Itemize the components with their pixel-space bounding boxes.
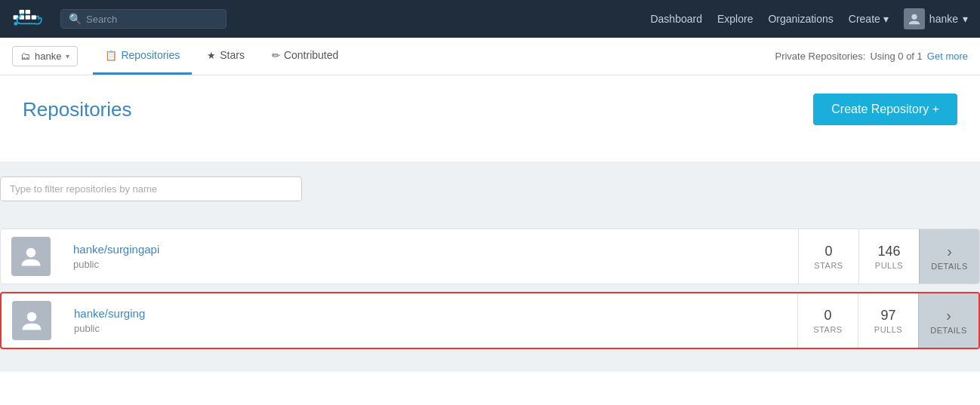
- search-icon: 🔍: [69, 13, 82, 25]
- page-title: Repositories: [23, 98, 132, 121]
- tab-repositories-label: Repositories: [121, 49, 180, 61]
- sub-nav: 🗂 hanke ▾ 📋 Repositories ★ Stars ✏ Contr…: [0, 38, 980, 75]
- pulls-label: PULLS: [874, 325, 902, 334]
- avatar: [12, 301, 51, 340]
- stars-count: 0: [824, 308, 831, 324]
- search-box[interactable]: 🔍: [60, 9, 227, 29]
- create-repository-button[interactable]: Create Repository +: [813, 94, 957, 125]
- tab-links: 📋 Repositories ★ Stars ✏ Contributed: [93, 38, 350, 75]
- svg-rect-3: [26, 15, 30, 20]
- pulls-count: 146: [877, 244, 900, 259]
- organizations-link[interactable]: Organizations: [768, 13, 833, 25]
- svg-point-6: [14, 22, 17, 26]
- details-label: DETAILS: [931, 262, 968, 271]
- page-header: Repositories Create Repository +: [23, 94, 957, 125]
- stars-count: 0: [824, 244, 832, 259]
- chevron-right-icon: ›: [947, 243, 952, 260]
- stars-label: STARS: [813, 325, 842, 334]
- svg-point-9: [27, 312, 37, 322]
- pulls-stat: 146 PULLS: [858, 229, 919, 284]
- user-section[interactable]: hanke ▾: [904, 8, 968, 29]
- dashboard-link[interactable]: Dashboard: [650, 13, 702, 25]
- chevron-right-icon: ›: [946, 307, 951, 324]
- private-repos-label: Private Repositories:: [775, 51, 865, 62]
- selector-caret-icon: ▾: [66, 52, 69, 60]
- pulls-count: 97: [880, 308, 895, 324]
- selected-user: hanke: [35, 51, 61, 62]
- stars-icon: ★: [207, 50, 216, 61]
- svg-rect-4: [32, 15, 36, 20]
- tab-stars-label: Stars: [220, 49, 245, 61]
- tab-contributed-label: Contributed: [284, 49, 338, 61]
- table-row: hanke/surgingapi public 0 STARS 146 PULL…: [0, 229, 980, 284]
- filter-section: [0, 161, 980, 216]
- tab-stars[interactable]: ★ Stars: [195, 38, 257, 75]
- explore-link[interactable]: Explore: [717, 13, 753, 25]
- page-content: Repositories Create Repository +: [0, 75, 980, 161]
- tab-contributed[interactable]: ✏ Contributed: [260, 38, 350, 75]
- repo-name-link[interactable]: hanke/surging: [74, 307, 785, 320]
- repo-info: hanke/surging public: [62, 293, 797, 348]
- repo-name-link[interactable]: hanke/surgingapi: [73, 243, 786, 256]
- top-nav: 🔍 Dashboard Explore Organizations Create…: [0, 0, 980, 38]
- user-selector[interactable]: 🗂 hanke ▾: [12, 46, 78, 66]
- tab-repositories[interactable]: 📋 Repositories: [93, 38, 192, 75]
- pulls-stat: 97 PULLS: [858, 293, 918, 348]
- search-input[interactable]: [86, 14, 207, 25]
- user-caret-icon: ▾: [963, 13, 968, 25]
- details-label: DETAILS: [930, 326, 967, 335]
- username-label: hanke: [929, 13, 958, 25]
- svg-rect-5: [26, 10, 30, 14]
- create-label: Create: [849, 13, 880, 25]
- avatar: [11, 237, 51, 276]
- create-dropdown[interactable]: Create ▾: [849, 13, 889, 25]
- contributed-icon: ✏: [272, 50, 280, 61]
- repo-visibility: public: [73, 259, 786, 270]
- details-button[interactable]: › DETAILS: [919, 229, 979, 284]
- repo-list: hanke/surgingapi public 0 STARS 146 PULL…: [0, 216, 980, 372]
- stars-stat: 0 STARS: [797, 293, 858, 348]
- filter-input[interactable]: [0, 176, 302, 201]
- repo-info: hanke/surgingapi public: [61, 229, 798, 284]
- details-button[interactable]: › DETAILS: [918, 293, 978, 348]
- create-caret-icon: ▾: [883, 13, 889, 25]
- stars-stat: 0 STARS: [798, 229, 858, 284]
- repo-avatar: [1, 229, 61, 284]
- get-more-link[interactable]: Get more: [927, 51, 968, 62]
- pulls-label: PULLS: [875, 261, 903, 270]
- user-avatar: [904, 8, 925, 29]
- table-row: hanke/surging public 0 STARS 97 PULLS › …: [0, 292, 980, 349]
- sub-nav-right: Private Repositories: Using 0 of 1 Get m…: [775, 51, 968, 62]
- svg-point-8: [26, 248, 36, 258]
- logo[interactable]: [12, 7, 42, 31]
- repo-avatar: [2, 293, 62, 348]
- private-repos-value: Using 0 of 1: [870, 51, 922, 62]
- repo-visibility: public: [74, 323, 785, 334]
- repositories-icon: 📋: [105, 50, 117, 61]
- folder-icon: 🗂: [20, 51, 30, 62]
- stars-label: STARS: [814, 261, 843, 270]
- svg-point-7: [911, 14, 917, 20]
- nav-links: Dashboard Explore Organizations Create ▾…: [650, 8, 968, 29]
